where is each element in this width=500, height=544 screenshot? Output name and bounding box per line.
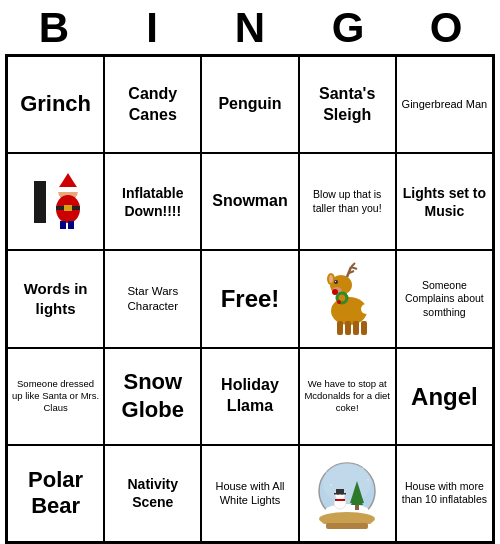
letter-b: B [10,4,98,52]
cell-r2c2: Free! [201,250,298,347]
svg-rect-47 [322,516,372,524]
cell-r4c4: House with more than 10 inflatables [396,445,493,542]
cell-text: Snowman [212,191,288,212]
cell-text: Blow up that is taller than you! [304,188,391,215]
cell-text: Inflatable Down!!!! [109,184,196,220]
svg-text:*: * [324,468,327,477]
svg-point-36 [337,494,339,496]
svg-point-16 [334,280,338,284]
svg-point-13 [329,275,333,283]
bingo-header: B I N G O [5,0,495,54]
cell-r2c4: Someone Complains about somthing [396,250,493,347]
cell-text: House with All White Lights [206,479,293,508]
letter-n: N [206,4,294,52]
cell-r4c1: Nativity Scene [104,445,201,542]
svg-point-17 [335,281,336,282]
svg-text:*: * [330,483,332,489]
cell-text: House with more than 10 inflatables [401,480,488,507]
cell-r2c3 [299,250,396,347]
svg-rect-0 [34,181,46,223]
cell-text: Santa's Sleigh [304,84,391,126]
cell-r3c4: Angel [396,348,493,445]
cell-r2c0: Words in lights [7,250,104,347]
svg-point-37 [341,494,343,496]
cell-r3c2: Holiday Llama [201,348,298,445]
cell-r0c2: Penguin [201,56,298,153]
cell-r0c0: Grinch [7,56,104,153]
cell-text: Gingerbread Man [402,97,488,111]
letter-o: O [402,4,490,52]
cell-text: Penguin [218,94,281,115]
cell-r2c1: Star Wars Character [104,250,201,347]
svg-marker-2 [58,173,78,189]
cell-r1c1: Inflatable Down!!!! [104,153,201,250]
cell-r0c4: Gingerbread Man [396,56,493,153]
cell-text: Free! [221,283,280,314]
snowglobe-icon: * * * * [312,453,382,533]
svg-rect-6 [64,205,72,211]
cell-r3c1: Snow Globe [104,348,201,445]
svg-rect-8 [68,221,74,229]
cell-r1c4: Lights set to Music [396,153,493,250]
cell-text: Nativity Scene [109,475,196,511]
cell-text: Holiday Llama [206,375,293,417]
letter-g: G [304,4,392,52]
svg-text:*: * [367,478,369,484]
cell-r3c3: We have to stop at Mcdonalds for a diet … [299,348,396,445]
cell-text: Angel [411,381,478,412]
cell-r4c3: * * * * [299,445,396,542]
svg-rect-23 [337,321,343,335]
cell-r0c3: Santa's Sleigh [299,56,396,153]
svg-rect-38 [335,499,345,501]
cell-r4c0: Polar Bear [7,445,104,542]
svg-point-28 [337,300,341,304]
svg-rect-35 [334,493,346,495]
cell-r4c2: House with All White Lights [201,445,298,542]
cell-text: Words in lights [12,279,99,318]
cell-text: Star Wars Character [109,284,196,314]
svg-rect-48 [326,523,368,529]
cell-r1c2: Snowman [201,153,298,250]
letter-i: I [108,4,196,52]
svg-line-20 [351,267,357,269]
reindeer-icon [311,259,383,339]
cell-text: We have to stop at Mcdonalds for a diet … [304,378,391,415]
cell-text: Lights set to Music [401,184,488,220]
svg-rect-41 [355,505,359,510]
svg-point-22 [361,304,371,314]
cell-text: Candy Canes [109,84,196,126]
cell-r3c0: Someone dressed up like Santa or Mrs. Cl… [7,348,104,445]
cell-text: Someone dressed up like Santa or Mrs. Cl… [12,378,99,415]
cell-r1c0 [7,153,104,250]
inflatable-icon [26,171,86,233]
cell-text: Someone Complains about somthing [401,279,488,320]
cell-text: Snow Globe [109,368,196,425]
svg-rect-26 [361,321,367,335]
svg-rect-24 [345,321,351,335]
cell-r0c1: Candy Canes [104,56,201,153]
svg-rect-3 [58,187,78,192]
cell-text: Polar Bear [12,467,99,520]
cell-text: Grinch [20,90,91,119]
cell-r1c3: Blow up that is taller than you! [299,153,396,250]
bingo-grid: Grinch Candy Canes Penguin Santa's Sleig… [5,54,495,544]
svg-rect-25 [353,321,359,335]
svg-rect-7 [60,221,66,229]
